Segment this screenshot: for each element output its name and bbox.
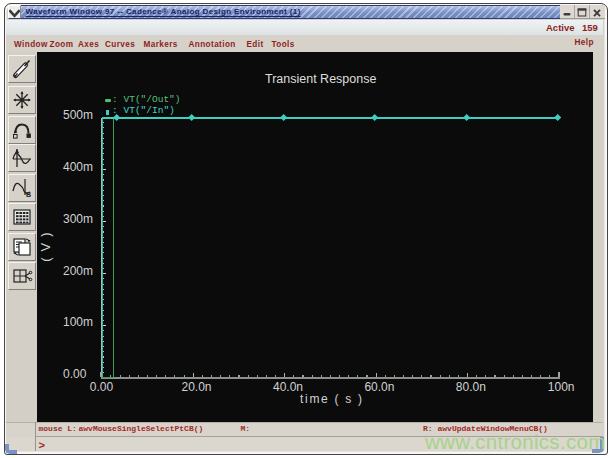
svg-text:B: B	[26, 191, 31, 198]
